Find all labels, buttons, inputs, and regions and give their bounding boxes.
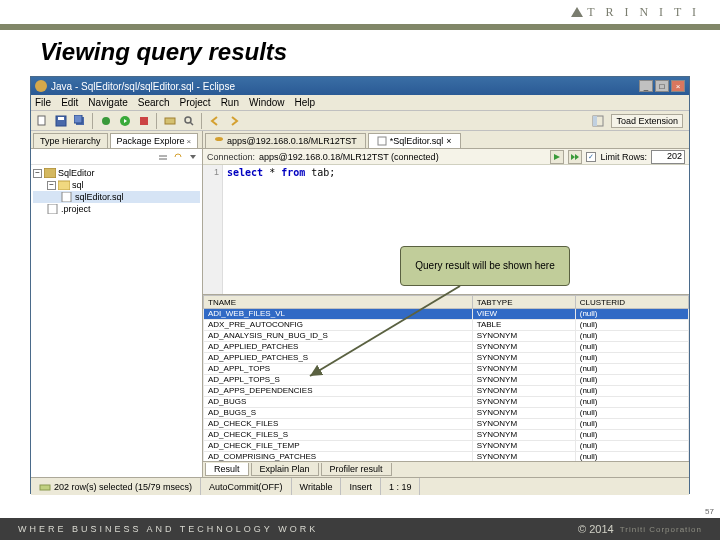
tree-project[interactable]: − SqlEditor xyxy=(33,167,200,179)
cell[interactable]: AD_BUGS xyxy=(204,397,473,408)
column-header[interactable]: TABTYPE xyxy=(472,296,575,309)
debug-button[interactable] xyxy=(97,113,115,129)
cell[interactable]: SYNONYM xyxy=(472,397,575,408)
column-header[interactable]: CLUSTERID xyxy=(575,296,688,309)
collapse-icon[interactable]: − xyxy=(33,169,42,178)
menu-project[interactable]: Project xyxy=(180,97,211,108)
ext-tools-button[interactable] xyxy=(135,113,153,129)
view-menu-button[interactable] xyxy=(186,150,200,164)
cell[interactable]: TABLE xyxy=(472,320,575,331)
status-autocommit[interactable]: AutoCommit(OFF) xyxy=(201,478,292,495)
tree-folder-sql[interactable]: − sql xyxy=(33,179,200,191)
menu-navigate[interactable]: Navigate xyxy=(88,97,127,108)
menu-file[interactable]: File xyxy=(35,97,51,108)
cell[interactable]: (null) xyxy=(575,320,688,331)
table-row[interactable]: AD_COMPRISING_PATCHESSYNONYM(null) xyxy=(204,452,689,462)
open-type-button[interactable] xyxy=(161,113,179,129)
tree-file-sql[interactable]: sqlEditor.sql xyxy=(33,191,200,203)
close-button[interactable]: × xyxy=(671,80,685,92)
cell[interactable]: SYNONYM xyxy=(472,375,575,386)
cell[interactable]: SYNONYM xyxy=(472,419,575,430)
menu-window[interactable]: Window xyxy=(249,97,285,108)
cell[interactable]: (null) xyxy=(575,331,688,342)
brand-bar: T R I N I T I xyxy=(0,0,720,24)
run-button[interactable] xyxy=(116,113,134,129)
cell[interactable]: SYNONYM xyxy=(472,386,575,397)
explorer-toolbar xyxy=(31,149,202,165)
cell[interactable]: (null) xyxy=(575,430,688,441)
menu-search[interactable]: Search xyxy=(138,97,170,108)
cell[interactable]: AD_CHECK_FILES_S xyxy=(204,430,473,441)
table-row[interactable]: AD_CHECK_FILES_SSYNONYM(null) xyxy=(204,430,689,441)
cell[interactable]: SYNONYM xyxy=(472,364,575,375)
limit-rows-checkbox[interactable]: ✓ xyxy=(586,152,596,162)
cell[interactable]: VIEW xyxy=(472,309,575,320)
perspective-switcher: Toad Extension xyxy=(585,113,687,129)
cell[interactable]: SYNONYM xyxy=(472,430,575,441)
exec-all-button[interactable] xyxy=(568,150,582,164)
close-icon[interactable]: × xyxy=(187,137,192,146)
tab-result[interactable]: Result xyxy=(205,463,249,476)
svg-line-10 xyxy=(190,122,193,125)
table-row[interactable]: AD_CHECK_FILESSYNONYM(null) xyxy=(204,419,689,430)
menu-edit[interactable]: Edit xyxy=(61,97,78,108)
cell[interactable]: AD_BUGS_S xyxy=(204,408,473,419)
cell[interactable]: (null) xyxy=(575,441,688,452)
nav-forward-button[interactable] xyxy=(225,113,243,129)
close-icon[interactable]: × xyxy=(446,136,451,146)
tab-sqleditor[interactable]: *SqlEditor.sql × xyxy=(368,133,461,148)
tab-connection[interactable]: apps@192.168.0.18/MLR12TST xyxy=(205,133,366,148)
tab-explain-plan[interactable]: Explain Plan xyxy=(251,463,319,476)
file-icon xyxy=(47,204,59,214)
svg-rect-4 xyxy=(74,115,82,123)
cell[interactable]: (null) xyxy=(575,353,688,364)
cell[interactable]: (null) xyxy=(575,375,688,386)
cell[interactable]: (null) xyxy=(575,342,688,353)
menu-run[interactable]: Run xyxy=(221,97,239,108)
menubar: File Edit Navigate Search Project Run Wi… xyxy=(31,95,689,111)
cell[interactable]: (null) xyxy=(575,364,688,375)
cell[interactable]: SYNONYM xyxy=(472,452,575,462)
cell[interactable]: AD_COMPRISING_PATCHES xyxy=(204,452,473,462)
cell[interactable]: SYNONYM xyxy=(472,342,575,353)
collapse-all-button[interactable] xyxy=(156,150,170,164)
table-row[interactable]: AD_CHECK_FILE_TEMPSYNONYM(null) xyxy=(204,441,689,452)
cell[interactable]: (null) xyxy=(575,408,688,419)
cell[interactable]: AD_CHECK_FILES xyxy=(204,419,473,430)
cell[interactable]: (null) xyxy=(575,452,688,462)
footer-copyright: © 2014 xyxy=(578,523,614,535)
table-row[interactable]: AD_BUGSSYNONYM(null) xyxy=(204,397,689,408)
project-tree[interactable]: − SqlEditor − sql sqlEditor.sql .project xyxy=(31,165,202,477)
window-titlebar[interactable]: Java - SqlEditor/sql/sqlEditor.sql - Ecl… xyxy=(31,77,689,95)
tree-dotproject[interactable]: .project xyxy=(33,203,200,215)
tab-profiler[interactable]: Profiler result xyxy=(321,463,392,476)
limit-rows-input[interactable]: 202 xyxy=(651,150,685,164)
tab-package-explorer[interactable]: Package Explore× xyxy=(110,133,199,148)
link-editor-button[interactable] xyxy=(171,150,185,164)
save-all-button[interactable] xyxy=(71,113,89,129)
cell[interactable]: (null) xyxy=(575,419,688,430)
cell[interactable]: SYNONYM xyxy=(472,353,575,364)
open-perspective-button[interactable] xyxy=(589,113,607,129)
minimize-button[interactable]: _ xyxy=(639,80,653,92)
cell[interactable]: (null) xyxy=(575,309,688,320)
new-button[interactable] xyxy=(33,113,51,129)
status-cursor-pos: 1 : 19 xyxy=(381,478,421,495)
cell[interactable]: SYNONYM xyxy=(472,408,575,419)
tab-type-hierarchy[interactable]: Type Hierarchy xyxy=(33,133,108,148)
collapse-icon[interactable]: − xyxy=(47,181,56,190)
perspective-toad[interactable]: Toad Extension xyxy=(611,114,683,128)
maximize-button[interactable]: □ xyxy=(655,80,669,92)
search-button[interactable] xyxy=(180,113,198,129)
cell[interactable]: (null) xyxy=(575,386,688,397)
save-button[interactable] xyxy=(52,113,70,129)
exec-button[interactable] xyxy=(550,150,564,164)
nav-back-button[interactable] xyxy=(206,113,224,129)
cell[interactable]: (null) xyxy=(575,397,688,408)
cell[interactable]: SYNONYM xyxy=(472,331,575,342)
table-row[interactable]: AD_BUGS_SSYNONYM(null) xyxy=(204,408,689,419)
menu-help[interactable]: Help xyxy=(295,97,316,108)
cell[interactable]: SYNONYM xyxy=(472,441,575,452)
svg-rect-18 xyxy=(378,137,386,145)
cell[interactable]: AD_CHECK_FILE_TEMP xyxy=(204,441,473,452)
